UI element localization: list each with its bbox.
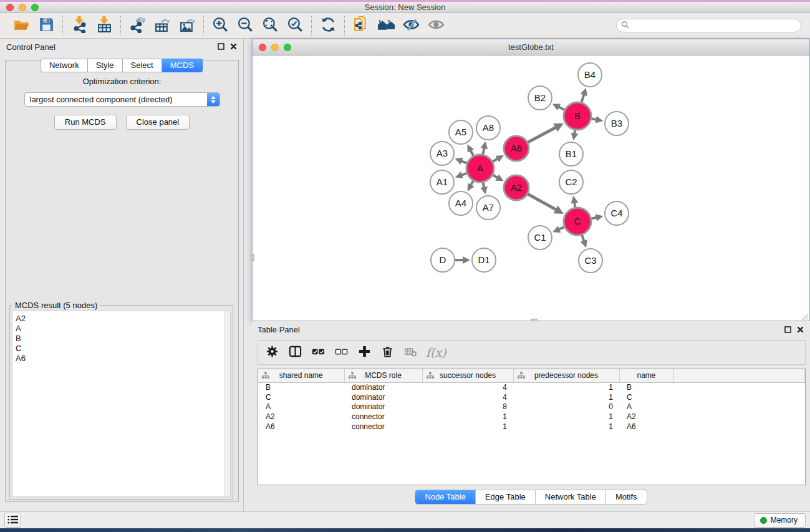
edge-C-C2[interactable] (574, 202, 575, 207)
edge-C-C3[interactable] (582, 235, 584, 241)
refresh-view-button[interactable] (317, 15, 339, 36)
node-A2[interactable]: A2 (504, 175, 529, 200)
edge-A6-B[interactable] (528, 127, 556, 142)
column-header-shared-name[interactable]: shared name (258, 369, 344, 382)
node-C2[interactable]: C2 (559, 170, 583, 194)
tab-select[interactable]: Select (123, 59, 162, 72)
unselect-all-columns-button[interactable] (331, 342, 352, 362)
edge-A-A3[interactable] (461, 161, 467, 163)
show-graphics-details-button[interactable] (425, 15, 446, 36)
close-panel-icon[interactable] (797, 324, 804, 336)
edge-A-A6[interactable] (493, 158, 498, 162)
edge-B-B1[interactable] (574, 130, 575, 134)
result-item[interactable]: C (16, 344, 230, 354)
node-B4[interactable]: B4 (578, 63, 602, 87)
node-C[interactable]: C (564, 208, 591, 235)
cell[interactable]: A6 (619, 422, 673, 432)
edge-A-A4[interactable] (471, 181, 473, 185)
cell[interactable]: 1 (513, 412, 619, 422)
cell[interactable]: 1 (422, 412, 513, 422)
tab-node-table[interactable]: Node Table (415, 490, 475, 504)
edge-A2-C[interactable] (528, 194, 556, 210)
show-all-networks-button[interactable] (375, 15, 397, 36)
cell[interactable] (673, 382, 805, 392)
cell[interactable]: C (619, 392, 673, 402)
resize-grip-icon[interactable] (801, 312, 809, 320)
tab-network[interactable]: Network (41, 59, 88, 72)
tab-network-table[interactable]: Network Table (535, 490, 605, 504)
network-graph[interactable]: B4B2BB3A5A8A6A3B1AA1C2A2A4A7C4CC1C3DD1 (253, 56, 809, 321)
tab-style[interactable]: Style (88, 59, 123, 72)
import-network-button[interactable] (69, 15, 90, 36)
node-A6[interactable]: A6 (504, 136, 529, 161)
node-C1[interactable]: C1 (528, 226, 552, 249)
edge-A-A2[interactable] (493, 175, 498, 178)
tab-mcds[interactable]: MCDS (162, 59, 203, 72)
node-A7[interactable]: A7 (476, 196, 500, 220)
cell[interactable]: 4 (422, 382, 513, 392)
result-item[interactable]: A2 (16, 314, 230, 324)
cell[interactable]: A2 (258, 412, 344, 422)
column-header-predecessor-nodes[interactable]: predecessor nodes (513, 369, 619, 382)
cell[interactable]: dominator (344, 392, 422, 402)
close-panel-button[interactable]: Close panel (126, 115, 190, 130)
open-session-button[interactable] (11, 15, 32, 36)
table-row[interactable]: Bdominator41B (258, 382, 805, 392)
node-A5[interactable]: A5 (449, 120, 473, 144)
zoom-selected-button[interactable] (284, 15, 306, 36)
column-header-name[interactable]: name (619, 369, 673, 382)
edge-B-B3[interactable] (592, 118, 597, 120)
node-B3[interactable]: B3 (605, 112, 629, 135)
network-canvas[interactable]: B4B2BB3A5A8A6A3B1AA1C2A2A4A7C4CC1C3DD1 (253, 56, 809, 321)
node-A4[interactable]: A4 (449, 191, 473, 215)
node-A3[interactable]: A3 (430, 142, 454, 165)
export-image-button[interactable] (176, 15, 198, 36)
export-table-button[interactable] (152, 15, 173, 36)
cell[interactable]: 0 (513, 402, 619, 412)
cell[interactable] (673, 392, 805, 402)
table-row[interactable]: Cdominator41C (258, 392, 805, 402)
cell[interactable] (673, 402, 805, 412)
table-row[interactable]: Adominator80A (258, 402, 805, 412)
splitter-handle-left[interactable] (251, 254, 254, 261)
run-mcds-button[interactable]: Run MCDS (54, 115, 117, 130)
memory-button[interactable]: Memory (754, 513, 806, 528)
cell[interactable]: 1 (422, 422, 513, 432)
cell[interactable]: A6 (258, 422, 344, 432)
table-options-button[interactable] (262, 342, 282, 362)
node-D[interactable]: D (431, 248, 455, 272)
edge-B-B2[interactable] (559, 107, 565, 110)
result-scrollbar[interactable] (224, 311, 230, 496)
node-B1[interactable]: B1 (559, 142, 583, 166)
tab-motifs[interactable]: Motifs (605, 490, 647, 504)
cell[interactable]: C (258, 392, 344, 402)
node-A1[interactable]: A1 (430, 170, 454, 194)
network-window-titlebar[interactable]: testGlobe.txt (253, 39, 809, 56)
zoom-in-button[interactable] (210, 15, 231, 36)
cell[interactable] (673, 422, 805, 432)
cell[interactable] (673, 412, 805, 422)
node-D1[interactable]: D1 (472, 248, 496, 272)
optimization-criterion-dropdown[interactable]: largest connected component (directed) (24, 92, 220, 107)
cell[interactable]: 1 (513, 392, 619, 402)
result-item[interactable]: A (16, 324, 230, 334)
cell[interactable]: connector (344, 422, 422, 432)
edge-A-A7[interactable] (483, 183, 485, 188)
node-B2[interactable]: B2 (528, 86, 552, 110)
result-item[interactable]: B (16, 334, 230, 344)
cell[interactable]: dominator (344, 382, 422, 392)
cell[interactable]: 1 (513, 382, 619, 392)
cell[interactable]: 4 (422, 392, 513, 402)
cell[interactable]: 8 (422, 402, 513, 412)
result-item[interactable]: A6 (16, 354, 230, 364)
import-table-button[interactable] (94, 15, 115, 36)
cell[interactable]: B (258, 382, 344, 392)
cell[interactable]: B (619, 382, 673, 392)
float-panel-icon[interactable] (218, 41, 224, 52)
node-table[interactable]: shared nameMCDS rolesuccessor nodesprede… (258, 369, 806, 485)
edge-A-A1[interactable] (461, 173, 467, 175)
create-column-button[interactable] (354, 342, 375, 362)
edge-A-A8[interactable] (483, 148, 485, 154)
node-B[interactable]: B (564, 102, 591, 130)
node-C4[interactable]: C4 (605, 201, 629, 225)
